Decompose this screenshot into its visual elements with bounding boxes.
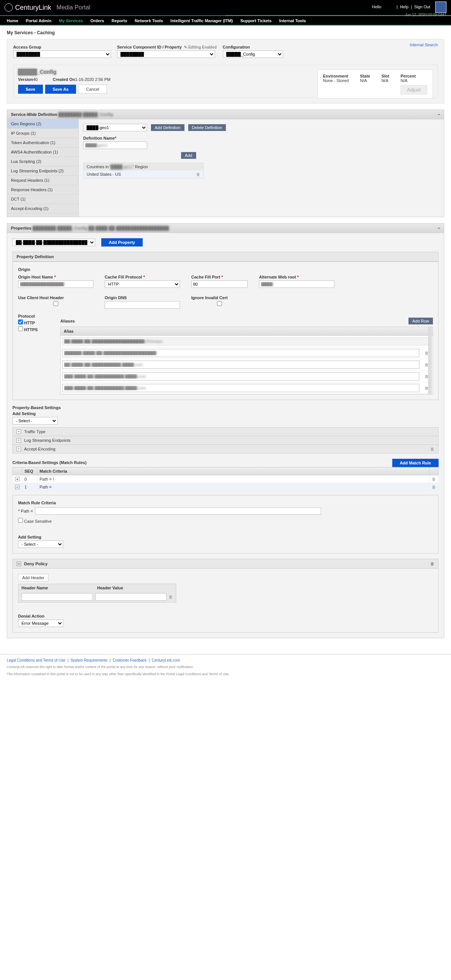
menu-reports[interactable]: Reports <box>108 18 131 23</box>
property-definition-header: Property Definition <box>13 252 438 262</box>
properties-header[interactable]: Properties ████████ █████_Config ██-████… <box>7 223 444 233</box>
use-client-host-header-label: Use Client Host Header <box>18 296 93 300</box>
property-select[interactable]: ██-████-██-██████████████████ <box>13 239 95 246</box>
footer-link[interactable]: System Requirements <box>70 658 107 662</box>
use-client-host-header-checkbox[interactable] <box>18 301 93 306</box>
cancel-button[interactable]: Cancel <box>78 85 107 94</box>
menu-home[interactable]: Home <box>3 18 22 23</box>
menu-orders[interactable]: Orders <box>87 18 108 23</box>
case-sensitive-checkbox[interactable]: Case Sensitive <box>18 518 433 523</box>
delete-definition-button[interactable]: Delete Definition <box>188 124 226 131</box>
mrc-title: Match Rule Criteria <box>18 501 433 505</box>
swd-tab[interactable]: DCT (1) <box>7 194 78 204</box>
add-property-button[interactable]: Add Property <box>101 238 143 247</box>
add-setting-select[interactable]: - Select - <box>13 417 57 425</box>
swd-tab[interactable]: AWS4 Authentification (1) <box>7 148 78 157</box>
cache-fill-port-label: Cache Fill Port <box>191 275 248 279</box>
swd-tab[interactable]: IP Groups (1) <box>7 129 78 138</box>
trash-icon[interactable]: 🗑 <box>169 595 173 599</box>
https-checkbox[interactable]: HTTPS <box>18 326 38 332</box>
footer-link[interactable]: Legal Conditions and Terms of Use <box>7 658 65 662</box>
alias-input[interactable] <box>62 349 419 357</box>
expand-icon[interactable]: − <box>17 562 21 566</box>
pbs-row[interactable]: +Accept-Encoding🗑 <box>13 444 438 453</box>
save-button[interactable]: Save <box>18 85 43 94</box>
header-date: Jun 12, 2020 03:09 GMT <box>372 13 446 17</box>
header-value-input[interactable] <box>95 593 167 601</box>
expand-icon[interactable]: + <box>17 430 21 434</box>
collapse-icon[interactable]: − <box>438 226 440 230</box>
swd-side-tabs: Geo Regions (2)IP Groups (1)Token Authen… <box>7 119 79 217</box>
swd-tab[interactable]: Token Authentication (1) <box>7 138 78 148</box>
swd-body: Geo Regions (2)IP Groups (1)Token Authen… <box>7 119 444 217</box>
expand-icon[interactable]: + <box>17 447 21 451</box>
alias-input[interactable] <box>62 372 419 380</box>
trash-icon[interactable]: 🗑 <box>432 477 436 481</box>
swd-header[interactable]: Service-Wide Definition ████████ █████_C… <box>7 110 444 119</box>
alias-input[interactable] <box>62 384 419 392</box>
scrollbar[interactable] <box>428 327 432 394</box>
path-input[interactable] <box>35 508 321 515</box>
footer-link[interactable]: CenturyLink.com <box>152 658 180 662</box>
alt-web-root-input[interactable] <box>259 280 334 288</box>
menu-portal-admin[interactable]: Portal Admin <box>22 18 55 23</box>
header-name-input[interactable] <box>21 593 93 601</box>
http-checkbox[interactable]: HTTP <box>18 320 38 325</box>
access-group-label: Access Group <box>13 45 111 49</box>
internal-search-link[interactable]: Internal Search <box>410 43 438 47</box>
filter-panel: Internal Search Access Group ████████ Se… <box>7 39 444 103</box>
menu-intelligent-traffic-manager-itm-[interactable]: Intelligent Traffic Manager (ITM) <box>167 18 237 23</box>
swd-tab[interactable]: Log Streaming Endpoints (2) <box>7 166 78 176</box>
trash-icon[interactable]: 🗑 <box>430 562 434 566</box>
access-group-select[interactable]: ████████ <box>13 51 111 58</box>
add-row-button[interactable]: Add Row <box>408 318 433 325</box>
swd-tab[interactable]: Geo Regions (2) <box>7 119 78 129</box>
countries-header: Countries in '████-geo1' Region <box>84 163 203 170</box>
trash-icon[interactable]: 🗑 <box>432 485 436 489</box>
origin-host-name-input[interactable] <box>18 280 93 288</box>
add-header-button[interactable]: Add Header <box>18 574 49 581</box>
menu-support-tickets[interactable]: Support Tickets <box>236 18 275 23</box>
definition-name-input[interactable] <box>83 142 147 149</box>
configuration-select[interactable]: █████_Config <box>223 51 283 58</box>
signout-link[interactable]: Sign Out <box>414 5 430 9</box>
expand-icon[interactable]: + <box>15 477 19 481</box>
collapse-icon[interactable]: − <box>438 112 440 117</box>
ignore-invalid-cert-checkbox[interactable] <box>191 301 248 306</box>
footer-link[interactable]: Customer Feedback <box>113 658 147 662</box>
help-link[interactable]: Help <box>400 5 408 9</box>
disclaimer-1: CenturyLink reserves the right to alter … <box>7 665 444 670</box>
alias-input[interactable] <box>62 361 419 369</box>
cache-fill-protocol-select[interactable]: HTTP <box>105 280 180 288</box>
environment-box: EnvironmentNone - Stored StateN/A SlotN/… <box>317 70 433 99</box>
trash-icon[interactable]: 🗑 <box>196 172 200 177</box>
add-match-rule-button[interactable]: Add Match Rule <box>392 459 438 467</box>
deny-policy-header[interactable]: − Deny Policy 🗑 <box>13 559 438 569</box>
swd-tab[interactable]: Accept-Encoding (1) <box>7 204 78 213</box>
add-definition-button[interactable]: Add Definition <box>151 124 185 131</box>
cache-fill-protocol-label: Cache Fill Protocol <box>105 275 180 279</box>
denial-action-select[interactable]: Error Message <box>18 619 63 627</box>
menu-internal-tools[interactable]: Internal Tools <box>275 18 309 23</box>
swd-tab[interactable]: Request Headers (1) <box>7 176 78 185</box>
menu-my-services[interactable]: My Services <box>55 18 87 23</box>
menu-network-tools[interactable]: Network Tools <box>131 18 167 23</box>
alt-web-root-label: Alternate Web root <box>259 275 334 279</box>
ignore-invalid-cert-label: Ignore Invalid Cert <box>191 296 248 300</box>
cbs-add-setting-select[interactable]: - Select - <box>18 541 63 548</box>
scid-select[interactable]: ████████ <box>117 51 215 58</box>
save-as-button[interactable]: Save As <box>45 85 76 94</box>
main-menu: HomePortal AdminMy ServicesOrdersReports… <box>0 16 451 25</box>
trash-icon[interactable]: 🗑 <box>430 447 434 451</box>
definition-select[interactable]: ████-geo1 <box>83 124 147 131</box>
cache-fill-port-input[interactable] <box>191 280 248 288</box>
expand-icon[interactable]: − <box>15 485 19 489</box>
pbs-row[interactable]: +Traffic Type <box>13 427 438 436</box>
pbs-row[interactable]: +Log Streaming Endpoints <box>13 436 438 445</box>
swd-tab[interactable]: Lua Scripting (2) <box>7 157 78 166</box>
add-country-button[interactable]: Add <box>181 152 196 159</box>
swd-tab[interactable]: Response Headers (1) <box>7 185 78 194</box>
adjust-button[interactable]: Adjust <box>400 85 427 94</box>
origin-dns-input[interactable] <box>105 301 180 309</box>
expand-icon[interactable]: + <box>17 438 21 442</box>
